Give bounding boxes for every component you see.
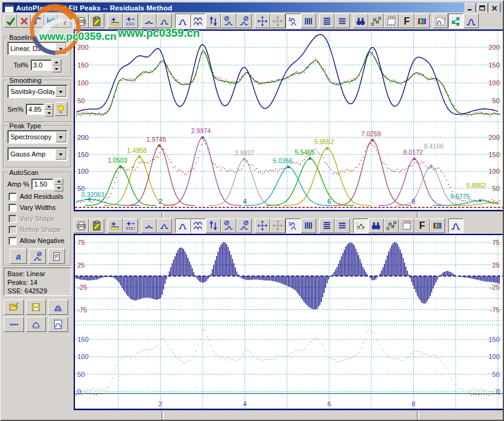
maximize-button[interactable] <box>477 3 488 13</box>
font-f-button[interactable]: F <box>399 14 414 28</box>
font-f-button[interactable]: F <box>414 218 430 233</box>
numeric-list-button[interactable] <box>4 317 24 332</box>
peaks-compare-button[interactable] <box>285 218 301 233</box>
peak-constraints-button[interactable] <box>48 299 68 315</box>
nodes-link-button[interactable] <box>448 14 463 28</box>
data-nodes-button[interactable] <box>368 14 384 28</box>
peak-medium-button[interactable] <box>157 218 172 233</box>
scale-updown-button[interactable] <box>206 218 221 233</box>
stepper-up-icon[interactable] <box>52 59 61 66</box>
amp-pct-input[interactable] <box>31 179 53 190</box>
checkbox-vary-widths[interactable]: Vary Widths <box>9 203 71 212</box>
checkbox-box[interactable] <box>9 193 17 201</box>
stepper-down-icon[interactable] <box>45 110 53 117</box>
tolerance-input[interactable] <box>31 60 52 71</box>
checkbox-add-residuals[interactable]: Add Residuals <box>9 192 71 201</box>
help-question-button[interactable]: ? <box>58 14 71 28</box>
chevron-down-icon[interactable] <box>55 86 66 97</box>
checkbox-box <box>9 226 17 234</box>
close-button[interactable] <box>489 3 500 13</box>
baseline-method-select[interactable]: Linear, D2 <box>7 42 68 55</box>
peak-outline-button[interactable] <box>448 218 463 233</box>
stepper-down-icon[interactable] <box>54 185 63 191</box>
fit-and-components-chart[interactable]: 0.320611.05031.49581.97452.99743.98375.0… <box>74 29 504 211</box>
peaks-double-button[interactable] <box>190 218 206 233</box>
checkbox-box[interactable] <box>9 204 17 212</box>
checkbox-allow-negative[interactable]: Allow Negative <box>9 236 71 245</box>
baseline-subtract-button[interactable] <box>123 14 138 28</box>
baseline-add-button[interactable] <box>107 14 123 28</box>
print-button[interactable] <box>74 218 89 233</box>
stepper-down-icon[interactable] <box>52 66 61 72</box>
peak-small-button[interactable] <box>141 14 157 28</box>
checkbox-box[interactable] <box>9 237 17 245</box>
undo-arrow-button[interactable] <box>31 14 44 28</box>
peak-family-select[interactable]: Spectroscopy <box>7 130 68 144</box>
checkbox-box <box>9 215 17 223</box>
baseline-subtract-button[interactable] <box>123 218 138 233</box>
rows-bars-narrow-button[interactable] <box>335 14 350 28</box>
columns-bars-button[interactable] <box>301 14 316 28</box>
peak-report-button[interactable] <box>48 317 68 332</box>
tolerance-stepper[interactable] <box>52 59 61 71</box>
smoothing-wizard-button[interactable] <box>55 102 68 116</box>
amp-stepper[interactable] <box>54 178 63 190</box>
annotation-box-button[interactable]: TXXX <box>384 14 399 28</box>
checkbox-vary-shape: Vary Shape <box>9 214 71 223</box>
smoothing-pct-input[interactable] <box>26 104 44 115</box>
find-binoculars-button[interactable] <box>353 14 368 28</box>
peak-data-button[interactable] <box>26 317 46 332</box>
copy-clipboard-button[interactable] <box>89 218 104 233</box>
chevron-down-icon[interactable] <box>55 149 66 160</box>
stepper-up-icon[interactable] <box>54 178 63 185</box>
cancel-cross-button[interactable] <box>17 14 31 28</box>
baseline-method-value: Linear, D2 <box>8 45 55 52</box>
smoothing-stepper[interactable] <box>45 103 53 115</box>
chevron-down-icon[interactable] <box>55 43 66 54</box>
peaks-compare-button[interactable] <box>285 14 301 28</box>
fit-options-button[interactable] <box>44 14 58 28</box>
scale-updown-button[interactable] <box>206 14 221 28</box>
rows-bars-button[interactable] <box>319 218 335 233</box>
copy-clipboard-button[interactable] <box>89 14 104 28</box>
rows-bars-narrow-button[interactable] <box>335 218 350 233</box>
residuals-and-data-chart[interactable]: 75752525-25-25-75-7500505010010015015024… <box>74 234 504 410</box>
pan-crosshair-button[interactable] <box>255 218 270 233</box>
apply-check-button[interactable] <box>4 14 17 28</box>
stepper-up-icon[interactable] <box>45 103 53 110</box>
letter-a-button[interactable]: a <box>10 249 27 264</box>
save-disk-button[interactable] <box>26 299 46 315</box>
peak-exclude-b-button[interactable] <box>29 249 46 264</box>
peak-exclude-a-button[interactable] <box>221 218 236 233</box>
print-button[interactable] <box>74 14 89 28</box>
peak-small-button[interactable] <box>141 218 157 233</box>
minimize-button[interactable] <box>465 3 476 13</box>
fit-chart-pane[interactable]: 0.320611.05031.49581.97452.99743.98375.0… <box>74 29 504 211</box>
peak-labels-button[interactable]: 0.90 <box>433 14 448 28</box>
chevron-down-icon[interactable] <box>55 131 66 142</box>
columns-bars-button[interactable] <box>301 218 316 233</box>
peaks-double-button[interactable] <box>190 14 206 28</box>
peak-medium-button[interactable] <box>157 14 172 28</box>
residuals-chart-pane[interactable]: 75752525-25-25-75-7500505010010015015024… <box>74 234 504 410</box>
peak-outline-button[interactable] <box>463 14 479 28</box>
peak-exclude-a-button[interactable] <box>221 14 236 28</box>
peak-exclude-b-button[interactable] <box>236 218 252 233</box>
dots-grid-button[interactable] <box>353 218 368 233</box>
peak-exclude-b-button[interactable] <box>236 14 252 28</box>
rows-bars-button[interactable] <box>319 14 335 28</box>
annotation-box-button[interactable]: TXXX <box>399 218 414 233</box>
peak-fit-button[interactable] <box>175 14 190 28</box>
find-binoculars-button[interactable] <box>368 218 384 233</box>
color-palette-button[interactable] <box>414 14 430 28</box>
peak-function-select[interactable]: Gauss Amp <box>7 147 68 161</box>
baseline-add-button[interactable] <box>107 218 123 233</box>
folder-open-button[interactable] <box>4 299 24 315</box>
peak-fit-button[interactable] <box>175 218 190 233</box>
pan-crosshair-button[interactable] <box>255 14 270 28</box>
data-nodes-button[interactable] <box>384 218 399 233</box>
svg-text:5.5465: 5.5465 <box>295 149 314 156</box>
smoothing-method-select[interactable]: Savitsky-Golay <box>7 85 68 98</box>
report-doc-button[interactable] <box>48 249 65 264</box>
color-palette-button[interactable] <box>430 218 445 233</box>
